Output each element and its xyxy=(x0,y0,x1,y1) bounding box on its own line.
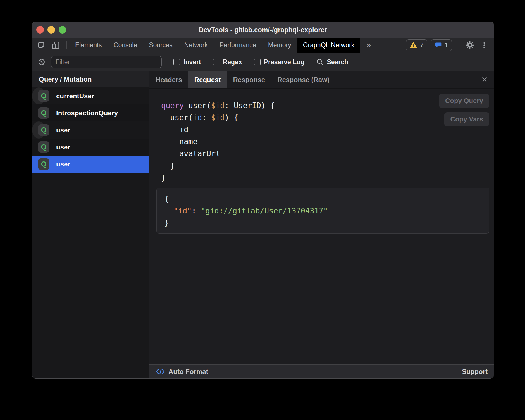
tab-response[interactable]: Response xyxy=(227,71,271,88)
tab-request[interactable]: Request xyxy=(188,71,227,88)
sidebar-header: Query / Mutation xyxy=(32,71,149,87)
invert-checkbox[interactable] xyxy=(173,59,180,65)
tab-label: Request xyxy=(194,76,221,84)
tab-elements[interactable]: Elements xyxy=(69,38,108,52)
messages-badge[interactable]: 1 xyxy=(431,39,452,51)
query-type-badge: Q xyxy=(38,124,49,136)
close-window-button[interactable] xyxy=(36,26,44,34)
tab-label: Network xyxy=(184,41,208,49)
code-format-icon xyxy=(156,368,165,375)
search-control[interactable]: Search xyxy=(316,58,348,66)
tab-memory[interactable]: Memory xyxy=(262,38,297,52)
warnings-badge[interactable]: 7 xyxy=(406,39,427,51)
regex-label: Regex xyxy=(223,58,242,66)
query-name: user xyxy=(56,160,70,168)
toolbar-separator xyxy=(66,41,67,49)
invert-label: Invert xyxy=(183,58,201,66)
query-type-badge: Q xyxy=(38,141,49,153)
copy-buttons: Copy Query Copy Vars xyxy=(439,94,489,126)
maximize-window-button[interactable] xyxy=(59,26,66,34)
tab-label: Sources xyxy=(149,41,172,49)
query-name: user xyxy=(56,143,70,151)
inspect-element-icon[interactable] xyxy=(36,41,47,49)
toolbar-left-icons xyxy=(32,38,64,52)
variables-json-code: { "id": "gid://gitlab/User/13704317"} xyxy=(164,193,483,229)
invert-checkbox-group[interactable]: Invert xyxy=(173,58,201,66)
query-list-item[interactable]: Q user xyxy=(32,139,149,156)
device-toolbar-icon[interactable] xyxy=(50,41,61,50)
kebab-menu-icon[interactable] xyxy=(479,41,489,49)
chevron-glyph: » xyxy=(367,41,371,49)
warning-count: 7 xyxy=(420,41,423,49)
tab-response-raw[interactable]: Response (Raw) xyxy=(271,71,336,88)
tab-label: Response (Raw) xyxy=(277,76,330,84)
devtools-tabbar: Elements Console Sources Network Perform… xyxy=(32,38,494,52)
preserve-log-label: Preserve Log xyxy=(264,58,305,66)
preserve-log-checkbox-group[interactable]: Preserve Log xyxy=(254,58,305,66)
search-icon xyxy=(316,58,324,66)
message-count: 1 xyxy=(445,41,448,49)
auto-format-control[interactable]: Auto Format xyxy=(156,368,208,376)
window-title: DevTools - gitlab.com/-/graphql-explorer xyxy=(32,26,494,34)
message-icon xyxy=(435,41,442,49)
regex-checkbox-group[interactable]: Regex xyxy=(213,58,242,66)
detail-panel: Headers Request Response Response (Raw) … xyxy=(149,71,494,378)
query-list-item[interactable]: Q IntrospectionQuery xyxy=(32,104,149,121)
devtools-window: DevTools - gitlab.com/-/graphql-explorer… xyxy=(32,22,494,378)
query-list-item-selected[interactable]: Q user xyxy=(32,156,149,173)
tab-console[interactable]: Console xyxy=(108,38,143,52)
support-link[interactable]: Support xyxy=(462,368,488,376)
search-label: Search xyxy=(327,58,348,66)
request-content: query user($id: UserID) { user(id: $id) … xyxy=(149,89,494,364)
tab-label: Console xyxy=(114,41,137,49)
query-name: IntrospectionQuery xyxy=(56,109,118,117)
warning-icon xyxy=(410,41,417,49)
tab-graphql-network[interactable]: GraphQL Network xyxy=(297,38,361,52)
tab-performance[interactable]: Performance xyxy=(214,38,262,52)
copy-query-button[interactable]: Copy Query xyxy=(439,94,489,108)
filter-input[interactable] xyxy=(51,56,162,68)
clear-ban-icon[interactable] xyxy=(37,58,47,66)
toolbar-separator xyxy=(458,41,458,49)
copy-vars-button[interactable]: Copy Vars xyxy=(444,112,489,126)
auto-format-label: Auto Format xyxy=(168,368,208,376)
tab-sources[interactable]: Sources xyxy=(143,38,178,52)
tab-label: GraphQL Network xyxy=(303,41,355,49)
tab-label: Elements xyxy=(75,41,102,49)
query-type-badge: Q xyxy=(38,158,49,170)
tab-network[interactable]: Network xyxy=(178,38,214,52)
settings-gear-icon[interactable] xyxy=(464,40,476,50)
detail-footer: Auto Format Support xyxy=(149,364,494,378)
query-name: currentUser xyxy=(56,92,94,100)
tab-label: Response xyxy=(233,76,265,84)
variables-box: { "id": "gid://gitlab/User/13704317"} xyxy=(156,188,489,234)
query-name: user xyxy=(56,126,70,134)
query-list-sidebar: Query / Mutation Q currentUser Q Introsp… xyxy=(32,71,149,378)
query-list-item[interactable]: Q currentUser xyxy=(32,87,46,104)
query-list-item[interactable]: Q user xyxy=(32,121,46,139)
main-split: Query / Mutation Q currentUser Q Introsp… xyxy=(32,71,494,378)
tab-label: Performance xyxy=(219,41,256,49)
query-type-badge: Q xyxy=(38,107,49,119)
tab-label: Headers xyxy=(156,76,182,84)
detail-tabbar: Headers Request Response Response (Raw) xyxy=(149,71,494,89)
regex-checkbox[interactable] xyxy=(213,59,219,65)
tab-label: Memory xyxy=(268,41,291,49)
query-type-badge: Q xyxy=(38,90,49,102)
more-tabs-chevron-icon[interactable]: » xyxy=(360,38,377,52)
filter-bar: Invert Regex Preserve Log Search xyxy=(32,52,494,71)
titlebar: DevTools - gitlab.com/-/graphql-explorer xyxy=(32,22,494,38)
minimize-window-button[interactable] xyxy=(47,26,55,34)
close-icon[interactable] xyxy=(481,76,488,83)
preserve-log-checkbox[interactable] xyxy=(254,59,261,65)
toolbar-right-cluster: 7 1 xyxy=(406,38,494,52)
tab-headers[interactable]: Headers xyxy=(149,71,188,88)
traffic-lights xyxy=(32,26,66,34)
